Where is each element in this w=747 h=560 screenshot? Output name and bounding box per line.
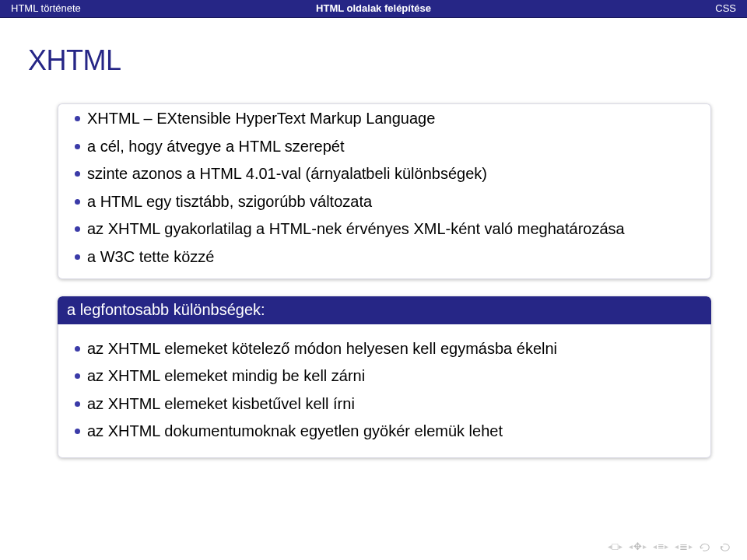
info-list: XHTML – EXtensible HyperText Markup Lang… [64,105,705,271]
nav-forward-icon[interactable] [719,541,733,552]
list-item: a cél, hogy átvegye a HTML szerepét [64,133,705,161]
list-item: az XHTML gyakorlatilag a HTML-nek érvény… [64,215,705,243]
slide-title: XHTML [28,44,719,77]
nav-back-icon[interactable] [699,541,713,552]
nav-next-slide-icon[interactable]: ◂≣▸ [675,541,693,552]
highlight-list: az XHTML elemeket kötelező módon helyese… [64,335,705,446]
nav-controls: ◂□▸ ◂✥▸ ◂≡▸ ◂≣▸ [608,541,733,552]
list-item: a W3C tette közzé [64,243,705,271]
highlight-block: a legfontosabb különbségek: az XHTML ele… [58,296,711,458]
nav-first-icon[interactable]: ◂□▸ [608,541,623,552]
nav-section-right[interactable]: CSS [494,2,736,14]
nav-section-left[interactable]: HTML története [11,2,253,14]
list-item: az XHTML dokumentumoknak egyetlen gyökér… [64,418,705,446]
list-item: XHTML – EXtensible HyperText Markup Lang… [64,105,705,133]
slide-body: XHTML XHTML – EXtensible HyperText Marku… [0,18,747,458]
list-item: az XHTML elemeket kisbetűvel kell írni [64,390,705,418]
block-header: a legfontosabb különbségek: [58,296,711,324]
nav-section-center[interactable]: HTML oldalak felépítése [253,2,495,14]
nav-footer: ◂□▸ ◂✥▸ ◂≡▸ ◂≣▸ [608,541,733,552]
list-item: az XHTML elemeket mindig be kell zárni [64,362,705,390]
list-item: az XHTML elemeket kötelező módon helyese… [64,335,705,363]
list-item: a HTML egy tisztább, szigorúbb változata [64,188,705,216]
top-nav: HTML története HTML oldalak felépítése C… [0,0,747,18]
nav-prev-section-icon[interactable]: ◂✥▸ [629,541,647,552]
info-block: XHTML – EXtensible HyperText Markup Lang… [58,103,711,279]
list-item: szinte azonos a HTML 4.01-val (árnyalatb… [64,160,705,188]
nav-prev-slide-icon[interactable]: ◂≡▸ [653,541,668,552]
